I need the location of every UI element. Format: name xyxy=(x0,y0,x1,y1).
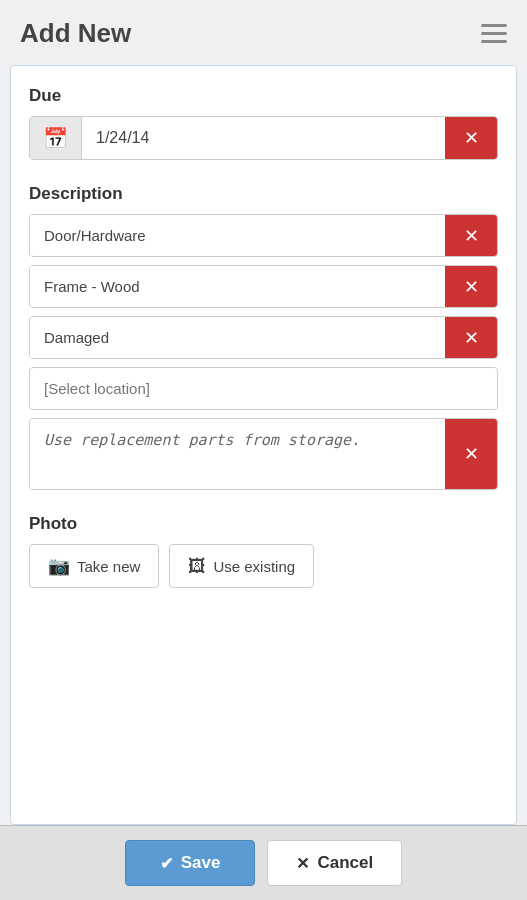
image-icon: 🖼 xyxy=(188,556,206,577)
description-field-1-row: ✕ xyxy=(29,214,498,257)
description-field-1-clear[interactable]: ✕ xyxy=(445,215,497,256)
description-label: Description xyxy=(29,184,498,204)
location-field-row xyxy=(29,367,498,410)
use-existing-label: Use existing xyxy=(213,558,295,575)
description-section: Description ✕ ✕ ✕ Use replace xyxy=(29,184,498,490)
photo-section: Photo 📷 Take new 🖼 Use existing xyxy=(29,514,498,588)
description-field-3-clear[interactable]: ✕ xyxy=(445,317,497,358)
hamburger-line-3 xyxy=(481,40,507,43)
hamburger-line-1 xyxy=(481,24,507,27)
due-clear-button[interactable]: ✕ xyxy=(445,117,497,159)
hamburger-line-2 xyxy=(481,32,507,35)
description-field-1-input[interactable] xyxy=(30,215,445,256)
due-date-value[interactable]: 1/24/14 xyxy=(82,117,445,159)
description-field-2-clear[interactable]: ✕ xyxy=(445,266,497,307)
notes-input[interactable]: Use replacement parts from storage. xyxy=(30,419,445,489)
cancel-label: Cancel xyxy=(317,853,373,873)
take-new-button[interactable]: 📷 Take new xyxy=(29,544,159,588)
cancel-button[interactable]: ✕ Cancel xyxy=(267,840,402,886)
description-field-2-row: ✕ xyxy=(29,265,498,308)
page-title: Add New xyxy=(20,18,131,49)
footer: ✔ Save ✕ Cancel xyxy=(0,825,527,900)
due-label: Due xyxy=(29,86,498,106)
notes-clear-button[interactable]: ✕ xyxy=(445,419,497,489)
save-label: Save xyxy=(181,853,221,873)
check-icon: ✔ xyxy=(160,854,173,873)
due-date-row: 📅 1/24/14 ✕ xyxy=(29,116,498,160)
header: Add New xyxy=(0,0,527,65)
description-field-3-input[interactable] xyxy=(30,317,445,358)
calendar-icon: 📅 xyxy=(30,117,82,159)
cancel-icon: ✕ xyxy=(296,854,309,873)
take-new-label: Take new xyxy=(77,558,140,575)
use-existing-button[interactable]: 🖼 Use existing xyxy=(169,544,314,588)
menu-button[interactable] xyxy=(481,24,507,43)
camera-icon: 📷 xyxy=(48,555,70,577)
form-card: Due 📅 1/24/14 ✕ Description ✕ ✕ xyxy=(10,65,517,825)
notes-row: Use replacement parts from storage. ✕ xyxy=(29,418,498,490)
description-field-3-row: ✕ xyxy=(29,316,498,359)
photo-buttons-group: 📷 Take new 🖼 Use existing xyxy=(29,544,498,588)
location-field-input[interactable] xyxy=(30,368,497,409)
due-section: Due 📅 1/24/14 ✕ xyxy=(29,86,498,160)
save-button[interactable]: ✔ Save xyxy=(125,840,256,886)
app-container: Add New Due 📅 1/24/14 ✕ Description ✕ xyxy=(0,0,527,900)
description-field-2-input[interactable] xyxy=(30,266,445,307)
photo-label: Photo xyxy=(29,514,498,534)
